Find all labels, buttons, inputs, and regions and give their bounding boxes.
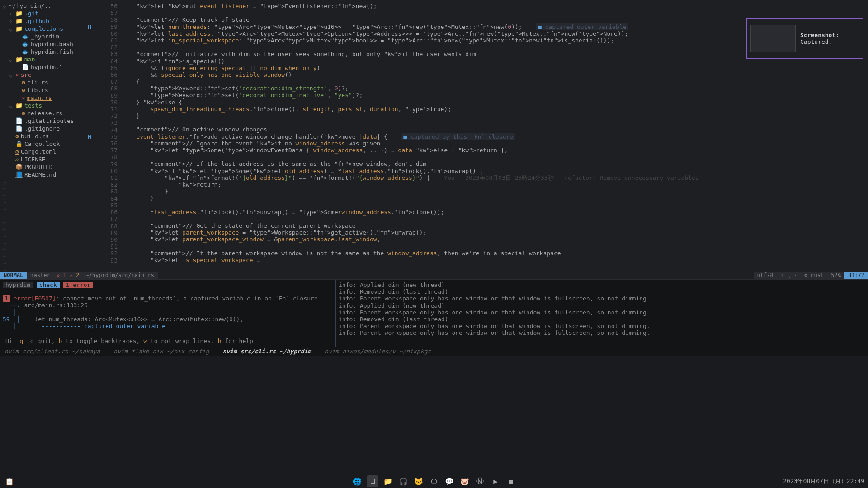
tmux-window[interactable]: nvim src/cli.rs ~/hyprdim xyxy=(223,348,311,355)
tree-item[interactable]: 🐟_hyprdim xyxy=(0,33,102,40)
taskbar-app-icon[interactable]: 🖥 xyxy=(367,475,378,487)
code-line[interactable]: && (ignore_entering_special || no_dim_wh… xyxy=(122,65,868,71)
diagnostics-count[interactable]: ⊘ 1 ⚠ 2 xyxy=(54,272,82,279)
code-line[interactable]: "kw">let "kw">mut event_listener = "type… xyxy=(122,3,868,9)
line-gutter: 565758H59606162636465666768697071727374H… xyxy=(102,0,122,271)
tree-item[interactable]: ⚙cli.rs xyxy=(0,79,102,86)
code-line[interactable]: "kw">let is_special_workspace = xyxy=(122,257,868,263)
code-line[interactable]: "kw">let parent_workspace = "type">Works… xyxy=(122,229,868,236)
tree-item[interactable]: ⚙build.rs xyxy=(0,132,102,140)
code-line[interactable]: "kw">let "type">Some("type">WindowEventD… xyxy=(122,147,868,154)
tree-item[interactable]: ⌄✕src xyxy=(0,71,102,79)
tree-item[interactable]: ⚙lib.rs xyxy=(0,86,102,94)
tree-item[interactable]: ⚖LICENSE xyxy=(0,155,102,163)
tmux-statusbar[interactable]: nvim src/client.rs ~/sakayanvim flake.ni… xyxy=(0,347,868,356)
diagnostics-pane[interactable]: hyprdim check 1 error 1 error[E0507]: ca… xyxy=(0,280,335,347)
log-line: info: Parent workspace only has one wind… xyxy=(339,295,865,302)
log-line: info: Parent workspace only has one wind… xyxy=(339,329,865,336)
error-count-badge: 1 error xyxy=(63,282,94,288)
tree-root[interactable]: ⌄ ~/hyprdim/.. xyxy=(0,2,102,9)
tree-item[interactable]: ⚙release.rs xyxy=(0,109,102,117)
code-line[interactable]: { xyxy=(122,78,868,85)
log-line: info: Applied dim (new thread) xyxy=(339,302,865,309)
taskbar-app-icon[interactable]: ⬡ xyxy=(428,475,440,487)
code-line[interactable]: } "kw">else { xyxy=(122,99,868,106)
clock[interactable]: 2023年08月07日（月）22:49 xyxy=(783,477,864,485)
tmux-window[interactable]: nvim src/client.rs ~/sakaya xyxy=(5,348,100,355)
tree-item[interactable]: 🐟hyprdim.bash xyxy=(0,40,102,48)
git-branch: master xyxy=(27,272,53,279)
indent-icon: ‹ ␣ › xyxy=(777,272,801,279)
error-location[interactable]: ──› src/main.rs:133:26 xyxy=(3,302,332,309)
tree-item[interactable]: 📄hyprdim.1 xyxy=(0,63,102,71)
code-line[interactable]: } xyxy=(122,195,868,202)
code-line[interactable] xyxy=(122,119,868,126)
code-line[interactable]: && special_only_has_one_visible_window() xyxy=(122,71,868,78)
notification-title: Screenshot: xyxy=(800,32,839,38)
taskbar-app-icon[interactable]: 📁 xyxy=(382,475,394,487)
taskbar-app-icon[interactable]: 🐷 xyxy=(459,475,471,487)
tree-item[interactable]: ⚙Cargo.toml xyxy=(0,148,102,155)
code-line[interactable]: "kw">return; xyxy=(122,181,868,188)
code-line[interactable]: "kw">if "fn">format!("{old_address}") ==… xyxy=(122,174,868,181)
code-line[interactable]: } xyxy=(122,188,868,195)
code-line[interactable]: "comment">// If the parent workspace win… xyxy=(122,250,868,257)
encoding: utf-8 xyxy=(754,272,777,279)
code-line[interactable] xyxy=(122,9,868,16)
tree-item[interactable]: ⌄📁man xyxy=(0,56,102,63)
taskbar-app-icon[interactable]: 💬 xyxy=(443,475,455,487)
mode-indicator: NORMAL xyxy=(0,272,27,279)
editor-pane: ⌄ ~/hyprdim/.. ›📁.git›📁.github⌄📁completi… xyxy=(0,0,868,271)
code-line[interactable]: "comment">// On active window changes xyxy=(122,126,868,133)
cursor-position: 81:72 xyxy=(844,272,868,279)
tree-item[interactable]: 📄.gitattributes xyxy=(0,117,102,125)
taskbar-app-icon[interactable]: 🐱 xyxy=(413,475,425,487)
code-line[interactable]: "comment">// Ignore the event "kw">if no… xyxy=(122,140,868,147)
file-path: ~/hyprdim/src/main.rs xyxy=(82,272,158,279)
tree-item[interactable]: ›📁.github xyxy=(0,17,102,25)
tree-item[interactable]: 📘README.md xyxy=(0,171,102,178)
tree-item[interactable]: ⌄📁tests xyxy=(0,102,102,109)
bottom-panel: hyprdim check 1 error 1 error[E0507]: ca… xyxy=(0,279,868,347)
code-line[interactable]: "kw">let parent_workspace_window = &pare… xyxy=(122,236,868,243)
code-line[interactable] xyxy=(122,216,868,222)
tmux-window[interactable]: nvim flake.nix ~/nix-config xyxy=(113,348,209,355)
taskbar-app-icon[interactable]: Ⓜ xyxy=(474,475,486,487)
log-pane[interactable]: info: Applied dim (new thread)info: Remo… xyxy=(335,280,868,347)
taskbar-app-icon[interactable]: 🎧 xyxy=(397,475,409,487)
code-line[interactable] xyxy=(122,202,868,208)
tree-item[interactable]: 🔒Cargo.lock xyxy=(0,140,102,148)
log-line: info: Applied dim (new thread) xyxy=(339,282,865,288)
code-line[interactable] xyxy=(122,243,868,250)
scroll-percent: 52% xyxy=(827,272,844,279)
code-line[interactable]: spawn_dim_thread(num_threads."fn">clone(… xyxy=(122,106,868,113)
taskbar-app-icon[interactable]: ■ xyxy=(505,475,517,487)
log-line: info: Removed dim (last thread) xyxy=(339,288,865,295)
code-line[interactable]: *last_address."fn">lock()."fn">unwrap() … xyxy=(122,209,868,216)
code-line[interactable]: "type">Keyword::"fn">set("decoration:dim… xyxy=(122,92,868,99)
tree-item[interactable]: ✕main.rs xyxy=(0,94,102,102)
code-line[interactable]: "comment">// If the last address is the … xyxy=(122,160,868,167)
code-line[interactable]: event_listener."fn">add_active_window_ch… xyxy=(122,133,868,140)
error-line[interactable]: 1 error[E0507]: cannot move out of `num_… xyxy=(3,295,332,302)
notification-body: Captured. xyxy=(800,38,839,45)
code-line[interactable] xyxy=(122,154,868,160)
clipboard-icon[interactable]: 📋 xyxy=(4,475,15,487)
check-badge: check xyxy=(37,282,60,288)
code-line[interactable]: "kw">if "kw">let "type">Some("kw">ref ol… xyxy=(122,168,868,174)
taskbar-app-icon[interactable]: ▶ xyxy=(490,475,501,487)
file-tree[interactable]: ⌄ ~/hyprdim/.. ›📁.git›📁.github⌄📁completi… xyxy=(0,0,102,271)
help-line: Hit q to quit, b to toggle backtraces, w… xyxy=(3,337,256,345)
code-line[interactable]: } xyxy=(122,113,868,119)
taskbar[interactable]: 📋 🌐🖥📁🎧🐱⬡💬🐷Ⓜ▶■ 2023年08月07日（月）22:49 xyxy=(0,474,868,488)
tree-item[interactable]: ›📁.git xyxy=(0,9,102,17)
tmux-window[interactable]: nvim nixos/modules/v ~/nixpkgs xyxy=(325,348,431,355)
code-line[interactable]: "comment">// Get the state of the curren… xyxy=(122,222,868,229)
screenshot-notification[interactable]: Screenshot: Captured. xyxy=(746,18,863,59)
tree-item[interactable]: 📦PKGBUILD xyxy=(0,163,102,171)
tree-item[interactable]: 📄.gitignore xyxy=(0,125,102,132)
tree-item[interactable]: ⌄📁completions xyxy=(0,25,102,33)
taskbar-app-icon[interactable]: 🌐 xyxy=(351,475,363,487)
code-line[interactable]: "type">Keyword::"fn">set("decoration:dim… xyxy=(122,85,868,92)
tree-item[interactable]: 🐟hyprdim.fish xyxy=(0,48,102,56)
